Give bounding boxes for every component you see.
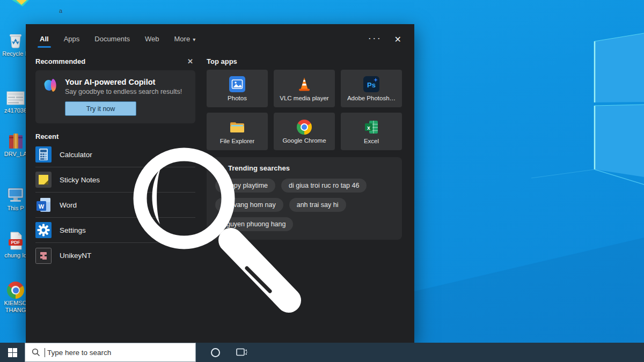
file-explorer-icon [229, 119, 246, 135]
cortana-icon [211, 348, 220, 357]
svg-text:x: x [367, 124, 370, 131]
top-apps-title: Top apps [207, 57, 237, 65]
app-tile-label: VLC media player [280, 95, 328, 101]
task-view-button[interactable] [230, 343, 254, 362]
app-tile-label: Photos [228, 95, 247, 101]
trending-searches-card: Trending searches poppy playtime di giua… [207, 157, 402, 240]
trending-title: Trending searches [228, 164, 290, 172]
unikey-icon [35, 248, 52, 264]
tab-more[interactable]: More▾ [174, 35, 196, 44]
recent-list: Calculator Sticky Notes [35, 142, 195, 268]
app-tile-label: Adobe Photosh… [347, 95, 396, 101]
trending-chip[interactable]: di giua troi ruc ro tap 46 [281, 179, 367, 193]
photoshop-icon: Ps [363, 76, 379, 92]
app-tile-vlc[interactable]: VLC media player [274, 70, 335, 107]
trending-chip[interactable]: nguyen phuong hang [215, 217, 293, 231]
search-panel: All Apps Documents Web More▾ ･･･ ✕ Recom… [26, 24, 414, 343]
stray-desktop-label: a [59, 8, 62, 14]
recent-item-calculator[interactable]: Calculator [35, 142, 195, 167]
close-panel-icon[interactable]: ✕ [394, 34, 401, 45]
copilot-subtitle: Say goodbye to endless search results! [65, 88, 182, 95]
trending-up-icon [215, 165, 224, 172]
word-icon: W [35, 197, 52, 213]
taskbar-search-box[interactable] [25, 343, 196, 362]
trending-chips: poppy playtime di giua troi ruc ro tap 4… [215, 179, 393, 231]
start-button[interactable] [0, 343, 25, 362]
recent-item-unikeynt[interactable]: UnikeyNT [35, 243, 195, 268]
top-apps-grid: Photos VLC media player Ps [207, 70, 402, 150]
recent-item-label: Word [60, 201, 77, 209]
search-left-column: Recommended ✕ [35, 57, 195, 268]
recent-item-label: Sticky Notes [60, 176, 100, 184]
app-tile-label: Google Chrome [282, 137, 326, 144]
copilot-icon [43, 77, 59, 93]
tab-apps[interactable]: Apps [64, 35, 80, 44]
recent-item-label: Settings [60, 226, 86, 234]
search-tabs: All Apps Documents Web More▾ ･･･ ✕ [40, 32, 401, 46]
app-tile-file-explorer[interactable]: File Explorer [207, 113, 268, 150]
app-tile-excel[interactable]: x Excel [341, 113, 402, 150]
overflow-menu-icon[interactable]: ･･･ [368, 36, 382, 42]
search-icon [32, 348, 40, 357]
text-cursor [45, 348, 45, 357]
calculator-icon [35, 146, 52, 162]
try-it-now-button[interactable]: Try it now [65, 101, 136, 116]
recent-item-label: Calculator [60, 151, 92, 159]
partial-shortcut-icon[interactable] [11, 0, 30, 8]
recent-title: Recent [35, 132, 195, 141]
tab-all[interactable]: All [40, 35, 49, 44]
task-view-icon [236, 348, 248, 357]
settings-gear-icon [35, 222, 52, 238]
desktop: a Recycle B z417036 [0, 0, 644, 362]
sticky-notes-icon [35, 172, 52, 188]
svg-text:Ps: Ps [367, 81, 376, 89]
app-tile-label: File Explorer [220, 138, 255, 144]
search-right-column: Top apps Photos [207, 57, 402, 240]
trending-chip[interactable]: poppy playtime [215, 179, 275, 193]
app-tile-chrome[interactable]: Google Chrome [274, 113, 335, 150]
app-tile-photos[interactable]: Photos [207, 70, 268, 107]
recommended-title: Recommended [35, 57, 85, 65]
chrome-icon [297, 120, 312, 135]
chevron-down-icon: ▾ [193, 36, 195, 42]
taskbar [0, 343, 644, 362]
recent-item-word[interactable]: W Word [35, 193, 195, 218]
recent-item-sticky-notes[interactable]: Sticky Notes [35, 167, 195, 193]
trending-chip[interactable]: gia vang hom nay [215, 198, 283, 212]
dismiss-recommended-icon[interactable]: ✕ [187, 57, 193, 65]
excel-icon: x [363, 119, 379, 135]
photos-icon [229, 76, 245, 92]
recent-item-label: UnikeyNT [60, 252, 91, 260]
svg-text:PDF: PDF [11, 240, 20, 245]
app-tile-label: Excel [364, 138, 379, 144]
trending-chip[interactable]: anh trai say hi [289, 198, 346, 212]
app-tile-photoshop[interactable]: Ps Adobe Photosh… [341, 70, 402, 107]
vlc-icon [296, 76, 312, 92]
search-input[interactable] [47, 349, 165, 357]
tab-documents[interactable]: Documents [94, 35, 130, 44]
cortana-button[interactable] [203, 343, 227, 362]
copilot-card[interactable]: Your AI-powered Copilot Say goodbye to e… [35, 70, 195, 123]
svg-text:W: W [39, 203, 45, 210]
tab-web[interactable]: Web [145, 35, 159, 44]
copilot-title: Your AI-powered Copilot [65, 78, 182, 86]
recent-item-settings[interactable]: Settings [35, 218, 195, 243]
windows-logo-icon [8, 348, 17, 357]
